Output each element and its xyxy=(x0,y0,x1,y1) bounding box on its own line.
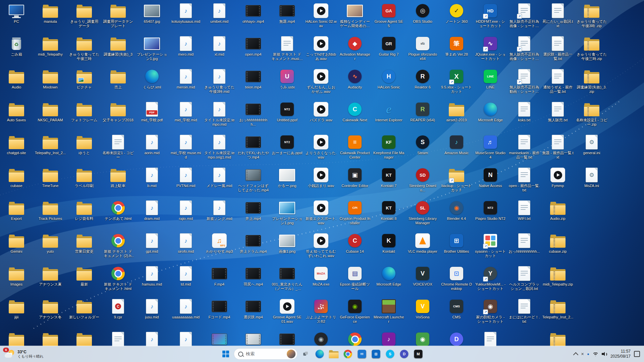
desktop-icon[interactable]: 選択肢.mp4 xyxy=(237,298,269,330)
desktop-icon[interactable]: きゅうり食ってた午後三時 xyxy=(68,36,100,68)
desktop-icon[interactable]: PDFmid_学校.pdf xyxy=(136,101,168,133)
desktop-icon[interactable]: ⊡Chrome Remote Desktop xyxy=(440,265,473,298)
desktop-icon[interactable]: KFKeepforest File Manager xyxy=(373,134,405,166)
desktop-icon[interactable]: teion.mp4 xyxy=(237,68,269,101)
desktop-icon[interactable]: CMSCMS xyxy=(440,298,473,330)
taskbar-app-m-app[interactable]: M xyxy=(412,347,425,361)
desktop-icon[interactable]: ♪mid_学校 muse.mid xyxy=(170,134,202,166)
desktop-icon[interactable]: 65407.jpg xyxy=(136,3,168,35)
tray-icon-hidden-tray-app[interactable]: ✕ xyxy=(581,352,584,356)
desktop-icon[interactable]: ♪td.mid xyxy=(170,265,202,298)
desktop-icon[interactable]: 無人販売.txt xyxy=(542,101,574,133)
desktop-icon[interactable]: GRGuitar Rig 7 xyxy=(373,36,405,68)
desktop-icon[interactable]: まにはにわーど！.txt xyxy=(508,298,540,330)
desktop-icon[interactable]: 調査用データテンプレート xyxy=(102,3,134,35)
taskbar-app-skype[interactable]: S xyxy=(383,347,397,361)
desktop-icon[interactable]: 売上 xyxy=(102,68,134,101)
desktop-icon[interactable]: Y↗YukkuriMovieM... - ショートカット xyxy=(474,265,506,298)
desktop-icon[interactable]: airset2-2019 xyxy=(440,101,473,133)
desktop-icon[interactable]: きゅうり食ってた午後三時.zip xyxy=(576,36,608,68)
desktop-icon[interactable]: 新しいフォルダー xyxy=(68,298,100,330)
desktop-icon[interactable]: ksks.txt xyxy=(508,101,540,133)
desktop-icon[interactable]: ◉↗家の防犯カメラ - ショートカット xyxy=(474,298,506,330)
desktop-icon[interactable]: パズドラ.wav xyxy=(305,101,337,133)
desktop-icon[interactable]: 新規 テキスト ドキュメント (2).html xyxy=(102,233,134,265)
desktop-icon[interactable]: HHALion Sonic xyxy=(373,68,405,101)
desktop-icon[interactable]: ゆうと xyxy=(68,134,100,166)
desktop-icon[interactable]: くらび.xml xyxy=(136,68,168,101)
desktop-icon[interactable]: プレゼンテーション1.png xyxy=(271,200,303,232)
desktop-icon[interactable]: NNative Access xyxy=(474,167,506,199)
desktop-icon[interactable]: Track Pictures xyxy=(34,200,66,232)
desktop-icon[interactable]: ♪xl.mid xyxy=(203,36,235,68)
desktop-icon[interactable]: ≡Cakewalk Product Center xyxy=(339,134,371,166)
desktop-icon[interactable]: ♪jusu.mid xyxy=(136,298,168,330)
desktop-icon[interactable]: Export xyxy=(0,200,33,232)
desktop-icon[interactable]: NT2おーまーにあ.ppsf xyxy=(271,134,303,166)
desktop-icon[interactable]: よりうさくなった.wav xyxy=(305,134,337,166)
desktop-icon[interactable]: Groove Agent SE 01.wav xyxy=(271,298,303,330)
desktop-icon[interactable]: おっhhhhhhhhhhh... xyxy=(237,101,269,133)
desktop-icon[interactable]: ♪b.mid xyxy=(136,167,168,199)
wifi-icon[interactable] xyxy=(593,352,598,356)
desktop-icon[interactable]: ↗無人販売不正行為 画像 - ショートカッ... xyxy=(508,3,540,35)
desktop-icon[interactable]: ♪きゅうり食ってた午後3時.mid xyxy=(203,68,235,101)
desktop-icon[interactable]: 最新 xyxy=(68,265,100,298)
desktop-icon[interactable]: ♪uaaaaaaaaa.mid xyxy=(170,298,202,330)
desktop-icon[interactable]: 営業日変更 xyxy=(68,233,100,265)
desktop-icon[interactable]: ⚙general.ini xyxy=(576,134,608,166)
desktop-icon[interactable]: ♪aorin.mid xyxy=(136,134,168,166)
desktop-icon[interactable]: ◉GeForce Experience xyxy=(339,298,371,330)
desktop-icon[interactable]: midi_Telepathy xyxy=(34,36,66,68)
desktop-icon[interactable]: ♬MuseScore Studio 4 xyxy=(474,134,506,166)
desktop-icon[interactable]: ⚙MoZA.ini xyxy=(576,167,608,199)
desktop-icon[interactable]: フォトフレーム xyxy=(68,101,100,133)
desktop-icon[interactable]: ヘッドフォンはずしてよかった.mp4 xyxy=(237,167,269,199)
desktop-icon[interactable]: ♪rajio.mid xyxy=(170,200,202,232)
desktop-icon[interactable]: Microsoft Edge xyxy=(373,265,405,298)
desktop-icon[interactable]: Auto Saves xyxy=(0,101,33,133)
desktop-icon[interactable]: 調査練習(失敗)_3.zip xyxy=(576,68,608,101)
desktop-icon[interactable]: TimeTune xyxy=(34,167,66,199)
desktop-icon[interactable]: ↗無人販売不正行為 動画 - ショートカット xyxy=(508,68,540,101)
desktop-icon[interactable]: 父子キャンプ2018 xyxy=(102,101,134,133)
desktop-icon[interactable]: 筆筆まめ Ver.28 xyxy=(440,36,473,68)
desktop-icon[interactable]: HALion Sonic 02.wav xyxy=(305,3,337,35)
desktop-icon[interactable]: 無題.mp4 xyxy=(271,3,303,35)
desktop-icon[interactable]: eInternet Explorer xyxy=(373,101,405,133)
desktop-icon[interactable]: 画像1.png xyxy=(271,233,303,265)
desktop-icon[interactable]: X↗9.5.xlsx - ショートカット xyxy=(440,68,473,101)
desktop-icon[interactable]: 路上駐車 xyxy=(102,167,134,199)
desktop-icon[interactable]: SSteam xyxy=(407,134,439,166)
desktop-icon[interactable]: SLSteinberg Library Manager xyxy=(407,200,439,232)
desktop-icon[interactable]: ♪メドレー風.mid xyxy=(203,167,235,199)
desktop-icon[interactable]: RREAPER (x64) xyxy=(407,101,439,133)
desktop-icon[interactable]: KKontakt xyxy=(373,233,405,265)
desktop-icon[interactable]: 死にたい_ゅ歌詞.txt xyxy=(542,3,574,35)
desktop-icon[interactable]: CPICrypton Product Installer xyxy=(339,200,371,232)
desktop-icon[interactable]: open - 親作品一覧.txt xyxy=(508,167,540,199)
desktop-icon[interactable]: ヘルスコンプラッション＿歌詞.txt xyxy=(508,265,540,298)
desktop-icon[interactable]: ↗無人販売不正行為 画像 - ショートカット xyxy=(508,36,540,68)
desktop-icon[interactable]: ▣Controller Editor xyxy=(339,167,371,199)
desktop-icon[interactable]: ↗syasinn - ショートカット xyxy=(474,233,506,265)
desktop-icon[interactable]: midi_Telepathy.zip xyxy=(542,265,574,298)
desktop-icon[interactable]: C9.cpr xyxy=(102,298,134,330)
desktop-icon[interactable]: ♪hamusu.mid xyxy=(136,265,168,298)
desktop-icon[interactable]: Audio xyxy=(0,68,33,101)
taskbar-app-task-view[interactable] xyxy=(299,347,312,361)
desktop-icon[interactable]: NT2Piapro Studio NT2 xyxy=(474,200,506,232)
desktop-icon[interactable]: 羽尻へ.mp4 xyxy=(237,265,269,298)
desktop-icon[interactable]: sfzPlogue sforzando x64 xyxy=(407,36,439,68)
desktop-icon[interactable]: 無題 - 親作品一覧.txt xyxy=(542,134,574,166)
taskbar-app-discord[interactable]: D xyxy=(397,347,411,361)
desktop-icon[interactable]: ぷぷよぷよ™テトリス®2 xyxy=(305,298,337,330)
desktop-icon[interactable]: HD↗HDDFMT.exe - ショートカット xyxy=(474,3,506,35)
desktop-icon[interactable]: Microsoft Edge xyxy=(474,101,506,133)
desktop-icon[interactable]: yuto xyxy=(34,233,66,265)
desktop-icon[interactable]: Fコード.mp4 xyxy=(203,298,235,330)
desktop-icon[interactable]: WIFI.txt xyxy=(508,200,540,232)
desktop-icon[interactable]: NKSC_PARAM xyxy=(34,101,66,133)
desktop-icon[interactable]: きゅうり食ってた午後3時 .zip xyxy=(576,3,608,35)
desktop-icon[interactable]: 新規 テキスト ドキュメント.html xyxy=(102,265,134,298)
